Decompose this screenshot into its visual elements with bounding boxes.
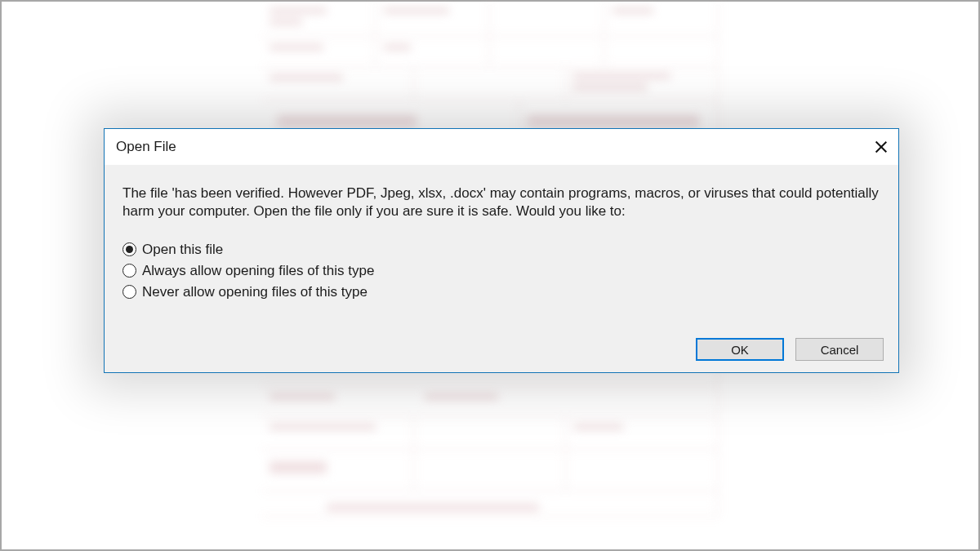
- close-icon[interactable]: [875, 141, 887, 153]
- radio-never-label: Never allow opening files of this type: [142, 284, 368, 300]
- ok-button[interactable]: OK: [696, 338, 784, 361]
- radio-always-input[interactable]: [122, 264, 136, 278]
- radio-always-allow[interactable]: Always allow opening files of this type: [122, 263, 880, 279]
- radio-always-label: Always allow opening files of this type: [142, 263, 374, 279]
- cancel-button[interactable]: Cancel: [795, 338, 884, 361]
- radio-open-this-file[interactable]: Open this file: [122, 242, 880, 258]
- radio-open-label: Open this file: [142, 242, 223, 258]
- dialog-message: The file 'has been verified. However PDF…: [105, 165, 898, 220]
- dialog-titlebar: Open File: [105, 129, 898, 165]
- open-file-dialog: Open File The file 'has been verified. H…: [104, 128, 899, 373]
- radio-never-allow[interactable]: Never allow opening files of this type: [122, 284, 880, 300]
- button-row: OK Cancel: [696, 338, 884, 361]
- radio-never-input[interactable]: [122, 285, 136, 299]
- dialog-title: Open File: [116, 139, 176, 155]
- radio-open-input[interactable]: [122, 242, 136, 256]
- radio-group: Open this file Always allow opening file…: [105, 220, 898, 300]
